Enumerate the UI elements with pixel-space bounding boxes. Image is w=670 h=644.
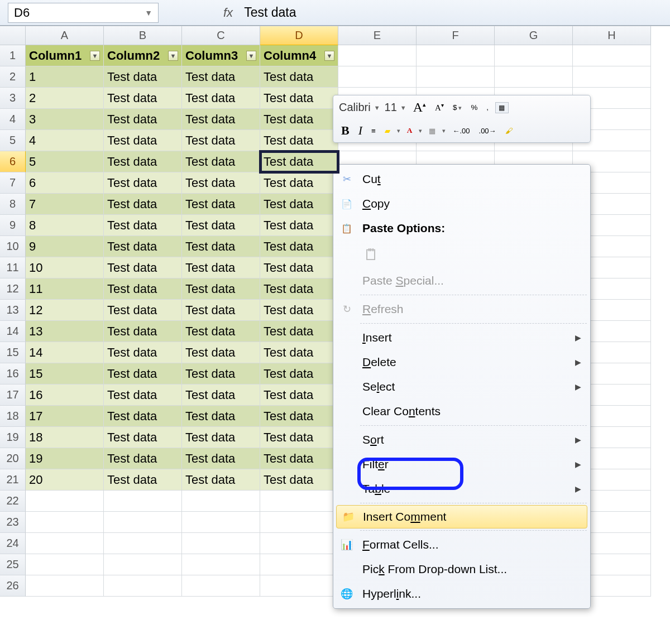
cell[interactable]: Test data (182, 300, 260, 321)
table-header-cell[interactable]: Column4▼ (260, 45, 338, 66)
cell[interactable]: Test data (260, 66, 338, 88)
cell[interactable]: 13 (26, 321, 104, 342)
cell[interactable]: 12 (26, 300, 104, 321)
cell[interactable]: Test data (104, 448, 182, 469)
cell[interactable]: 19 (26, 448, 104, 469)
cell[interactable]: Test data (260, 109, 338, 130)
cell[interactable] (573, 66, 651, 88)
cell[interactable] (26, 512, 104, 533)
cell[interactable]: Test data (104, 109, 182, 130)
row-header[interactable]: 7 (0, 172, 26, 194)
row-header[interactable]: 1 (0, 45, 26, 66)
cell[interactable] (495, 45, 573, 66)
cell[interactable] (338, 66, 417, 88)
cell[interactable]: 14 (26, 342, 104, 363)
menu-select[interactable]: Select ▶ (334, 374, 589, 399)
column-header[interactable]: D (260, 26, 338, 45)
cell[interactable]: Test data (104, 385, 182, 406)
cell[interactable]: 6 (26, 172, 104, 194)
cell[interactable]: Test data (182, 130, 260, 151)
cell[interactable]: Test data (182, 109, 260, 130)
cell[interactable]: 1 (26, 66, 104, 88)
menu-delete[interactable]: Delete ▶ (334, 350, 589, 374)
cell[interactable] (495, 66, 573, 88)
cell[interactable] (260, 575, 338, 597)
chevron-down-icon[interactable]: ▾ (442, 127, 446, 134)
cell[interactable]: Test data (104, 151, 182, 172)
comma-style-button[interactable]: , (484, 102, 491, 113)
cell[interactable] (417, 66, 495, 88)
row-header[interactable]: 3 (0, 88, 26, 109)
cell[interactable]: Test data (260, 342, 338, 363)
menu-format-cells[interactable]: Format Cells... (334, 532, 589, 557)
table-header-cell[interactable]: Column1▼ (26, 45, 104, 66)
row-header[interactable]: 26 (0, 575, 26, 597)
cell[interactable]: Test data (182, 448, 260, 469)
cell[interactable]: 2 (26, 88, 104, 109)
cell[interactable]: Test data (104, 194, 182, 215)
cell[interactable]: Test data (182, 342, 260, 363)
fill-color-button[interactable] (382, 126, 393, 136)
cell[interactable]: Test data (260, 300, 338, 321)
cell[interactable]: Test data (104, 172, 182, 194)
cell[interactable] (104, 575, 182, 597)
row-header[interactable]: 20 (0, 448, 26, 469)
column-header[interactable]: B (104, 26, 182, 45)
cell[interactable]: Test data (182, 385, 260, 406)
center-align-button[interactable]: ≡ (369, 126, 378, 136)
cell[interactable]: Test data (182, 406, 260, 427)
menu-copy[interactable]: Copy (334, 191, 589, 216)
menu-sort[interactable]: Sort ▶ (334, 427, 589, 452)
cell[interactable]: Test data (104, 363, 182, 385)
cell[interactable] (104, 533, 182, 554)
column-header[interactable]: G (495, 26, 573, 45)
shrink-font-button[interactable]: A▾ (433, 101, 446, 114)
table-header-cell[interactable]: Column2▼ (104, 45, 182, 66)
column-header[interactable]: H (573, 26, 651, 45)
menu-hyperlink[interactable]: Hyperlink... (334, 581, 589, 606)
cell[interactable]: Test data (104, 66, 182, 88)
row-header[interactable]: 18 (0, 406, 26, 427)
cell[interactable]: 4 (26, 130, 104, 151)
row-header[interactable]: 4 (0, 109, 26, 130)
cell[interactable]: Test data (260, 427, 338, 448)
chevron-down-icon[interactable]: ▾ (397, 127, 400, 134)
cell[interactable] (338, 45, 417, 66)
font-size-selector[interactable]: 11 ▼ (385, 101, 406, 114)
font-name-selector[interactable]: Calibri ▼ (339, 101, 380, 114)
column-header[interactable]: E (338, 26, 417, 45)
cell[interactable] (182, 512, 260, 533)
row-header[interactable]: 12 (0, 278, 26, 300)
cell[interactable] (573, 45, 651, 66)
decrease-decimal-button[interactable]: .00→ (477, 126, 499, 136)
cell[interactable] (260, 491, 338, 512)
row-header[interactable]: 16 (0, 363, 26, 385)
menu-cut[interactable]: Cut (334, 167, 589, 191)
filter-dropdown-icon[interactable]: ▼ (168, 51, 178, 61)
cell[interactable]: Test data (104, 469, 182, 491)
font-color-button[interactable] (405, 125, 415, 136)
row-header[interactable]: 2 (0, 66, 26, 88)
italic-button[interactable]: I (356, 122, 365, 139)
cell[interactable]: Test data (260, 257, 338, 278)
select-all-corner[interactable] (0, 26, 26, 45)
increase-decimal-button[interactable]: ←.00 (450, 126, 472, 136)
chevron-down-icon[interactable]: ▾ (419, 127, 422, 134)
cell[interactable]: Test data (182, 257, 260, 278)
cell[interactable]: 16 (26, 385, 104, 406)
formula-bar-input[interactable]: Test data (241, 3, 670, 23)
cell[interactable]: 15 (26, 363, 104, 385)
menu-pick-from-list[interactable]: Pick From Drop-down List... (334, 557, 589, 581)
row-header[interactable]: 13 (0, 300, 26, 321)
cell[interactable]: Test data (104, 278, 182, 300)
cell[interactable] (260, 533, 338, 554)
cell[interactable]: 20 (26, 469, 104, 491)
cell[interactable]: Test data (182, 469, 260, 491)
column-header[interactable]: A (26, 26, 104, 45)
menu-table[interactable]: Table ▶ (334, 477, 589, 501)
cell[interactable]: 17 (26, 406, 104, 427)
cell[interactable]: Test data (182, 194, 260, 215)
cell[interactable] (26, 554, 104, 575)
bold-button[interactable]: B (339, 122, 352, 139)
cell[interactable]: Test data (260, 406, 338, 427)
